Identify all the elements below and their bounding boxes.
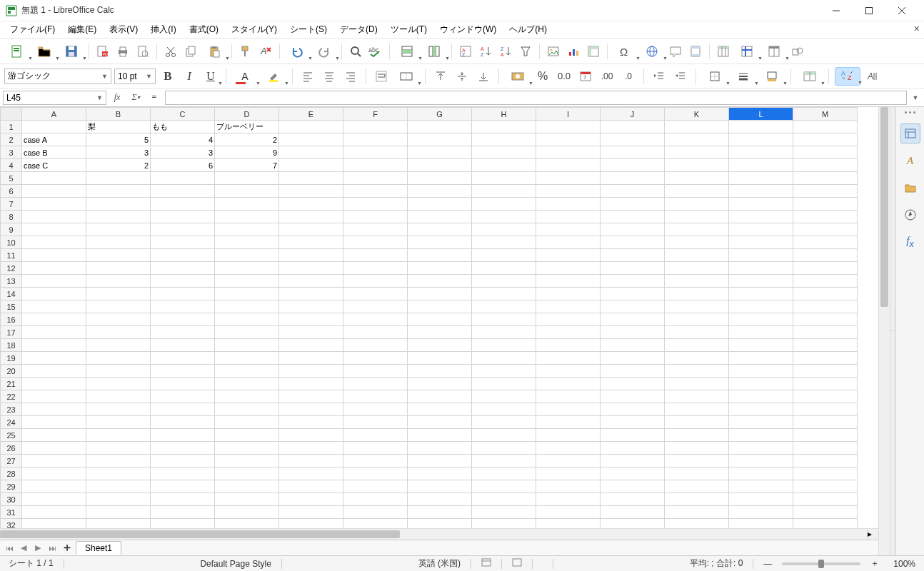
cell-B32[interactable]	[86, 519, 151, 529]
cell-I7[interactable]	[536, 198, 601, 211]
cell-E4[interactable]	[279, 159, 343, 172]
cell-B11[interactable]	[86, 249, 151, 262]
cell-L7[interactable]	[729, 198, 793, 211]
cell-K18[interactable]	[665, 339, 729, 352]
clone-formatting-button[interactable]	[236, 42, 255, 61]
cell-G4[interactable]	[408, 159, 472, 172]
cell-L20[interactable]	[729, 365, 793, 378]
cell-B7[interactable]	[86, 198, 151, 211]
formula-button[interactable]: =	[146, 91, 162, 105]
cell-K25[interactable]	[665, 429, 729, 442]
name-box[interactable]: L45▼	[3, 91, 106, 105]
cell-G8[interactable]	[408, 211, 472, 223]
cell-I25[interactable]	[536, 429, 601, 442]
split-window-button[interactable]: ▼	[761, 42, 787, 61]
cell-B25[interactable]	[86, 429, 151, 442]
cell-F3[interactable]	[343, 146, 408, 159]
cell-H10[interactable]	[472, 236, 536, 249]
cell-E18[interactable]	[279, 339, 343, 352]
cell-L13[interactable]	[729, 275, 793, 288]
cell-J2[interactable]	[601, 133, 665, 146]
row-header-11[interactable]: 11	[1, 249, 22, 262]
align-center-button[interactable]	[320, 67, 338, 86]
cell-F20[interactable]	[343, 365, 408, 378]
cell-D17[interactable]	[215, 326, 279, 339]
cell-J26[interactable]	[601, 442, 665, 455]
cell-M10[interactable]	[793, 236, 858, 249]
cell-G5[interactable]	[408, 172, 472, 185]
cell-J19[interactable]	[601, 352, 665, 365]
cell-D27[interactable]	[215, 455, 279, 468]
cell-F31[interactable]	[343, 506, 408, 519]
cell-F16[interactable]	[343, 313, 408, 326]
cell-A4[interactable]: case C	[22, 159, 86, 172]
cell-J21[interactable]	[601, 378, 665, 390]
cell-B16[interactable]	[86, 313, 151, 326]
cell-B5[interactable]	[86, 172, 151, 185]
cell-I11[interactable]	[536, 249, 601, 262]
border-color-button[interactable]: ▼	[759, 67, 785, 86]
autofilter-button[interactable]	[516, 42, 535, 61]
menu-data[interactable]: データ(D)	[334, 22, 383, 37]
cell-E17[interactable]	[279, 326, 343, 339]
cell-L9[interactable]	[729, 223, 793, 236]
insert-col-button[interactable]: ▼	[421, 42, 447, 61]
cell-H27[interactable]	[472, 455, 536, 468]
cell-D7[interactable]	[215, 198, 279, 211]
row-header-14[interactable]: 14	[1, 288, 22, 300]
cell-K29[interactable]	[665, 480, 729, 493]
cell-M23[interactable]	[793, 403, 858, 416]
row-header-12[interactable]: 12	[1, 262, 22, 275]
row-header-32[interactable]: 32	[1, 519, 22, 529]
cell-C18[interactable]	[151, 339, 215, 352]
sidebar-styles-button[interactable]: A	[900, 151, 920, 171]
cell-L21[interactable]	[729, 378, 793, 390]
status-selection-mode[interactable]	[508, 558, 526, 569]
document-close-button[interactable]: ×	[914, 23, 920, 34]
row-header-4[interactable]: 4	[1, 159, 22, 172]
cell-D23[interactable]	[215, 403, 279, 416]
sidebar-properties-button[interactable]	[900, 123, 920, 143]
cell-D29[interactable]	[215, 480, 279, 493]
cell-I12[interactable]	[536, 262, 601, 275]
cell-M5[interactable]	[793, 172, 858, 185]
cell-L16[interactable]	[729, 313, 793, 326]
percent-button[interactable]: %	[533, 67, 552, 86]
print-preview-button[interactable]	[134, 42, 152, 61]
cell-A25[interactable]	[22, 429, 86, 442]
cell-H22[interactable]	[472, 390, 536, 403]
cell-D22[interactable]	[215, 390, 279, 403]
col-header-M[interactable]: M	[793, 108, 858, 121]
cell-C11[interactable]	[151, 249, 215, 262]
cell-G3[interactable]	[408, 146, 472, 159]
cell-K13[interactable]	[665, 275, 729, 288]
cell-D25[interactable]	[215, 429, 279, 442]
row-header-19[interactable]: 19	[1, 352, 22, 365]
cell-F22[interactable]	[343, 390, 408, 403]
cell-H15[interactable]	[472, 300, 536, 313]
cell-D19[interactable]	[215, 352, 279, 365]
cell-G16[interactable]	[408, 313, 472, 326]
cell-K12[interactable]	[665, 262, 729, 275]
cell-K5[interactable]	[665, 172, 729, 185]
special-char-button[interactable]: Ω▼	[612, 42, 638, 61]
cell-M30[interactable]	[793, 493, 858, 506]
cell-C14[interactable]	[151, 288, 215, 300]
cell-F5[interactable]	[343, 172, 408, 185]
cell-D3[interactable]: 9	[215, 146, 279, 159]
cut-button[interactable]	[161, 42, 180, 61]
cell-G25[interactable]	[408, 429, 472, 442]
menu-tools[interactable]: ツール(T)	[385, 22, 433, 37]
cell-E16[interactable]	[279, 313, 343, 326]
cell-I2[interactable]	[536, 133, 601, 146]
cell-E19[interactable]	[279, 352, 343, 365]
cell-B19[interactable]	[86, 352, 151, 365]
pivot-table-button[interactable]	[584, 42, 603, 61]
cell-G10[interactable]	[408, 236, 472, 249]
cell-I23[interactable]	[536, 403, 601, 416]
cell-G31[interactable]	[408, 506, 472, 519]
row-header-5[interactable]: 5	[1, 172, 22, 185]
cell-J22[interactable]	[601, 390, 665, 403]
cell-G11[interactable]	[408, 249, 472, 262]
cell-M4[interactable]	[793, 159, 858, 172]
